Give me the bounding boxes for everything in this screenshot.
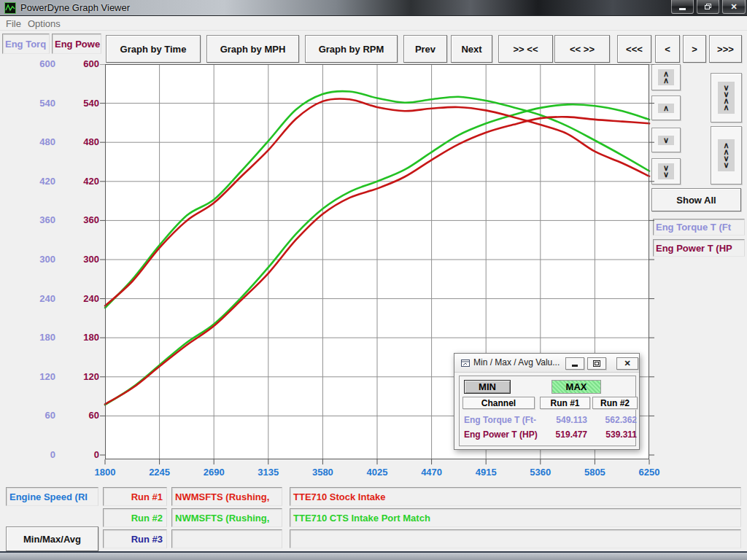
scroll-up-double-icon: ∧∧	[658, 69, 674, 85]
minmax-row-1-run1-value: 549.113	[538, 415, 587, 425]
run-3-file	[171, 529, 282, 548]
power-axis-tick-420: 420	[55, 175, 99, 188]
power-axis-tick-540: 540	[55, 97, 99, 110]
window-title: PowerDyne Graph Viewer	[20, 2, 130, 13]
step-right-button[interactable]: >	[683, 35, 706, 63]
restore-icon	[593, 360, 600, 367]
minmax-window-icon	[460, 359, 471, 368]
restore-icon	[705, 4, 711, 9]
menu-bar: File Options	[0, 17, 747, 31]
power-axis-tick-180: 180	[55, 331, 99, 344]
run-3-label: Run #3	[103, 529, 167, 548]
min-max-avg-button[interactable]: Min/Max/Avg	[6, 526, 98, 551]
power-axis-tick-480: 480	[55, 136, 99, 149]
power-axis-tick-240: 240	[55, 292, 99, 306]
next-button[interactable]: Next	[451, 35, 492, 63]
torque-axis-tick-300: 300	[12, 253, 55, 266]
graph-by-time-button[interactable]: Graph by Time	[106, 35, 201, 63]
power-channel-label: Eng Power T (HP	[653, 239, 745, 257]
minimize-icon	[572, 365, 578, 367]
run-2-label: Run #2	[103, 508, 167, 527]
min-toggle-button[interactable]: MIN	[464, 380, 511, 394]
scroll-down-double-icon: ∨∨	[658, 163, 674, 179]
torque-axis-tick-120: 120	[12, 370, 55, 384]
app-icon	[4, 2, 16, 14]
torque-channel-label: Eng Torque T (Ft	[653, 219, 745, 236]
title-bar: PowerDyne Graph Viewer ✕	[0, 0, 747, 16]
close-button[interactable]: ✕	[722, 0, 746, 14]
tab-eng-power[interactable]: Eng Powe	[52, 34, 101, 54]
minmax-title-bar[interactable]: Min / Max / Avg Valu... ✕	[454, 354, 639, 373]
menu-options[interactable]: Options	[28, 18, 61, 29]
menu-file[interactable]: File	[6, 18, 21, 29]
window-bottom-edge	[0, 551, 747, 560]
collapse-vertical-icon: ∨∨∧∧	[718, 82, 734, 114]
jump-last-button[interactable]: >>>	[709, 35, 742, 63]
expand-vertical-button[interactable]: ∧∧∨∨	[711, 126, 742, 184]
minmax-row-1-channel: Eng Torque T (Ft-	[464, 415, 537, 425]
power-axis-tick-600: 600	[55, 58, 99, 71]
minmax-minimize-button[interactable]	[565, 357, 584, 370]
jump-first-button[interactable]: <<<	[617, 35, 651, 63]
power-axis-tick-120: 120	[55, 370, 99, 384]
column-header-channel: Channel	[462, 397, 535, 409]
torque-axis-tick-420: 420	[12, 175, 55, 188]
run-2-file: NWMSFTS (Rushing,	[171, 508, 282, 527]
tab-eng-torque[interactable]: Eng Torq	[2, 34, 50, 54]
torque-axis-tick-60: 60	[12, 409, 55, 422]
step-left-button[interactable]: <	[655, 35, 680, 63]
minimize-icon	[679, 8, 686, 10]
power-axis-tick-300: 300	[55, 253, 99, 266]
scroll-down-icon: ∨	[658, 136, 674, 145]
minimize-button[interactable]	[671, 0, 694, 14]
torque-axis-tick-360: 360	[12, 214, 55, 227]
column-header-run2: Run #2	[592, 397, 638, 409]
close-icon: ✕	[730, 2, 737, 12]
run-2-description: TTE710 CTS Intake Port Match	[290, 508, 741, 527]
power-axis-tick-60: 60	[55, 409, 99, 422]
run-1-description: TTE710 Stock Intake	[290, 487, 741, 506]
torque-axis-tick-480: 480	[12, 136, 55, 149]
run-1-file: NWMSFTS (Rushing,	[171, 487, 282, 506]
graph-by-mph-button[interactable]: Graph by MPH	[206, 35, 299, 63]
torque-axis-tick-600: 600	[12, 58, 55, 71]
x-axis-channel-label: Engine Speed (RI	[6, 487, 98, 506]
column-header-run1: Run #1	[540, 397, 590, 409]
minmax-close-button[interactable]: ✕	[616, 357, 638, 370]
torque-axis-tick-240: 240	[12, 292, 55, 306]
minmax-window-title: Min / Max / Avg Valu...	[473, 357, 560, 368]
torque-axis-tick-180: 180	[12, 331, 55, 344]
power-axis-tick-0: 0	[55, 448, 99, 462]
page-out-button[interactable]: << >>	[554, 35, 610, 63]
restore-button[interactable]	[697, 0, 719, 14]
minmax-restore-button[interactable]	[587, 357, 606, 370]
torque-axis-tick-0: 0	[12, 448, 55, 462]
prev-button[interactable]: Prev	[403, 35, 447, 63]
minmax-window[interactable]: Min / Max / Avg Valu... ✕ MIN MAX Channe…	[454, 353, 640, 450]
run-3-description	[290, 529, 741, 548]
torque-axis-tick-540: 540	[12, 97, 55, 110]
collapse-vertical-button[interactable]: ∨∨∧∧	[711, 73, 742, 122]
close-icon: ✕	[624, 359, 630, 368]
minmax-row-1-run2-value: 562.362	[589, 415, 637, 425]
show-all-button[interactable]: Show All	[651, 188, 741, 211]
power-axis-tick-360: 360	[55, 214, 99, 227]
page-in-button[interactable]: >> <<	[498, 35, 553, 63]
scroll-up-icon: ∧	[658, 104, 674, 113]
max-toggle-button[interactable]: MAX	[551, 380, 601, 394]
minmax-row-2-channel: Eng Power T (HP)	[464, 429, 537, 440]
minmax-row-2-run2-value: 539.311	[589, 429, 637, 440]
graph-by-rpm-button[interactable]: Graph by RPM	[305, 35, 398, 63]
minmax-row-2-run1-value: 519.477	[538, 429, 587, 440]
expand-vertical-icon: ∧∧∨∨	[718, 139, 734, 171]
run-1-label: Run #1	[103, 487, 167, 506]
